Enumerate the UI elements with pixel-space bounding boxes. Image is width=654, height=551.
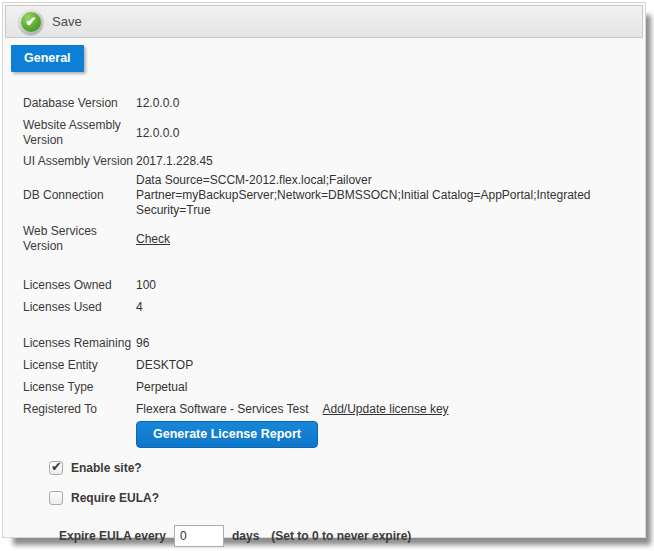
toolbar: ✔ Save: [5, 5, 643, 38]
field-label: Web Services Version: [23, 224, 136, 254]
field-label: Licenses Owned: [23, 278, 136, 293]
save-button-label: Save: [52, 14, 82, 29]
field-label: UI Assembly Version: [23, 154, 136, 169]
field-label: License Type: [23, 380, 136, 395]
field-license-type: License Type Perpetual: [23, 380, 645, 395]
field-license-entity: License Entity DESKTOP: [23, 358, 645, 373]
field-label: Registered To: [23, 402, 136, 417]
field-label: Licenses Remaining: [23, 336, 136, 351]
site-options-section: Enable site? Require EULA? Expire EULA e…: [49, 461, 645, 547]
require-eula-row[interactable]: Require EULA?: [49, 491, 645, 505]
enable-site-row[interactable]: Enable site?: [49, 461, 645, 475]
field-value: 96: [136, 336, 149, 351]
field-website-assembly-version: Website Assembly Version 12.0.0.0: [23, 118, 645, 148]
field-licenses-owned: Licenses Owned 100: [23, 278, 645, 293]
add-update-license-key-link[interactable]: Add/Update license key: [323, 402, 449, 417]
field-label: Database Version: [23, 96, 136, 111]
general-settings-form: Database Version 12.0.0.0 Website Assemb…: [23, 96, 645, 547]
settings-page: ✔ Save General Database Version 12.0.0.0…: [0, 0, 654, 551]
field-database-version: Database Version 12.0.0.0: [23, 96, 645, 111]
field-value: Perpetual: [136, 380, 187, 395]
expire-eula-row: Expire EULA every days (Set to 0 to neve…: [59, 525, 645, 547]
generate-license-report-button[interactable]: Generate License Report: [136, 421, 318, 448]
save-check-icon: ✔: [21, 12, 41, 32]
tab-general[interactable]: General: [11, 45, 84, 72]
field-registered-to: Registered To Flexera Software - Service…: [23, 402, 645, 417]
field-value: DESKTOP: [136, 358, 193, 373]
field-value: 12.0.0.0: [136, 126, 179, 141]
expire-eula-hint: (Set to 0 to never expire): [271, 529, 411, 543]
field-label: DB Connection: [23, 188, 136, 203]
field-value: 12.0.0.0: [136, 96, 179, 111]
registered-to-value: Flexera Software - Services Test: [136, 402, 309, 417]
field-label: Licenses Used: [23, 300, 136, 315]
expire-eula-days-input[interactable]: [174, 525, 224, 547]
field-label: Website Assembly Version: [23, 118, 136, 148]
check-link[interactable]: Check: [136, 232, 170, 246]
field-ui-assembly-version: UI Assembly Version 2017.1.228.45: [23, 154, 645, 169]
enable-site-label: Enable site?: [71, 461, 142, 475]
require-eula-label: Require EULA?: [71, 491, 159, 505]
settings-window: ✔ Save General Database Version 12.0.0.0…: [2, 2, 646, 538]
expire-eula-label: Expire EULA every: [59, 529, 166, 543]
field-value: 2017.1.228.45: [136, 154, 213, 169]
field-value: 100: [136, 278, 156, 293]
field-value: Data Source=SCCM-2012.flex.local;Failove…: [136, 173, 633, 218]
save-icon-ring: ✔: [19, 10, 43, 34]
tab-bar: General: [11, 45, 645, 72]
expire-eula-unit-label: days: [232, 529, 259, 543]
button-row: Generate License Report: [136, 421, 645, 448]
field-licenses-remaining: Licenses Remaining 96: [23, 336, 645, 351]
require-eula-checkbox[interactable]: [49, 491, 63, 505]
field-value: 4: [136, 300, 143, 315]
field-db-connection: DB Connection Data Source=SCCM-2012.flex…: [23, 173, 645, 218]
field-label: License Entity: [23, 358, 136, 373]
enable-site-checkbox[interactable]: [49, 461, 63, 475]
save-button[interactable]: ✔ Save: [17, 8, 90, 36]
field-licenses-used: Licenses Used 4: [23, 300, 645, 315]
field-web-services-version: Web Services Version Check: [23, 224, 645, 254]
